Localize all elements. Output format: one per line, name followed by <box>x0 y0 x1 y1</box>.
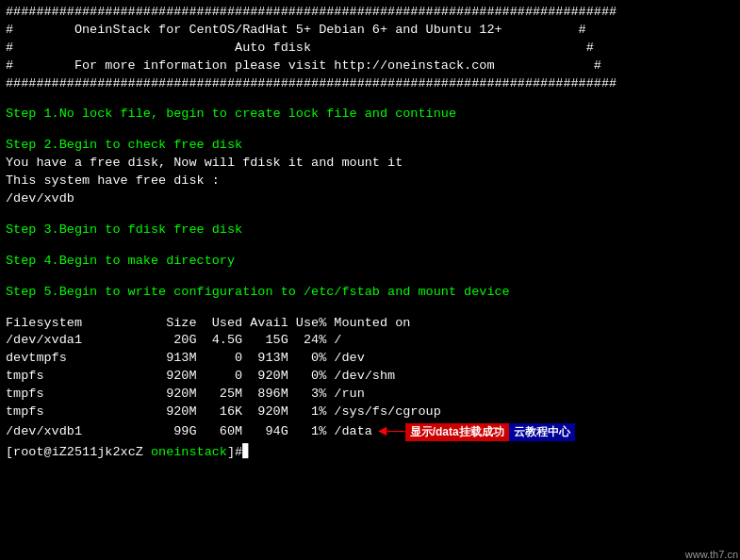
hash-border-bottom: ########################################… <box>6 75 734 93</box>
fs-row2: devtmpfs 913M 0 913M 0% /dev <box>6 350 734 368</box>
hash-border-top: ########################################… <box>6 4 734 22</box>
fs-row3: tmpfs 920M 0 920M 0% /dev/shm <box>6 368 734 386</box>
fs-row4: tmpfs 920M 25M 896M 3% /run <box>6 386 734 404</box>
blank-line-6 <box>6 302 734 315</box>
step2-msg2: This system have free disk : <box>6 173 734 190</box>
step2-disk: /dev/xvdb <box>6 190 734 208</box>
fs-row1: /dev/xvda1 20G 4.5G 15G 24% / <box>6 332 734 350</box>
annotation-red-box: 显示/data挂载成功 <box>405 423 509 441</box>
step5-line: Step 5.Begin to write configuration to /… <box>6 284 734 302</box>
prompt-suffix: ]# <box>227 444 242 462</box>
prompt-at: @ <box>44 444 52 462</box>
prompt-bracket-open: [ <box>6 444 13 462</box>
blank-line-3 <box>6 208 734 222</box>
blank-line-2 <box>6 124 734 137</box>
prompt-line: [root@iZ2511jk2xcZ oneinstack]#▊ <box>6 444 734 462</box>
annotation-blue-box: 云教程中心 <box>509 423 575 441</box>
blank-line-5 <box>6 271 734 284</box>
fs-row6-container: /dev/xvdb1 99G 60M 94G 1% /data ◄—— 显示/d… <box>6 421 734 442</box>
info-line: # For more information please visit http… <box>6 58 734 75</box>
watermark-url: www.th7.cn <box>685 549 738 560</box>
prompt-service: oneinstack <box>151 444 227 462</box>
fdisk-line: # Auto fdisk # <box>6 40 734 58</box>
step2-line: Step 2.Begin to check free disk <box>6 137 734 155</box>
title-line: # OneinStack for CentOS/RadHat 5+ Debian… <box>6 22 734 40</box>
step2-msg1: You have a free disk, Now will fdisk it … <box>6 155 734 173</box>
prompt-cursor: ▊ <box>242 444 250 462</box>
fs-row6-text: /dev/xvdb1 99G 60M 94G 1% /data <box>6 423 372 441</box>
fs-header: Filesystem Size Used Avail Use% Mounted … <box>6 315 734 333</box>
terminal: ########################################… <box>0 0 740 560</box>
blank-line-1 <box>6 92 734 106</box>
prompt-space <box>143 444 151 462</box>
prompt-host: iZ2511jk2xcZ <box>52 444 143 462</box>
blank-line-4 <box>6 239 734 253</box>
prompt-root: root <box>13 444 43 462</box>
step3-line: Step 3.Begin to fdisk free disk <box>6 222 734 239</box>
step1-line: Step 1.No lock file, begin to create loc… <box>6 106 734 124</box>
step4-line: Step 4.Begin to make directory <box>6 253 734 271</box>
arrow-annotation: ◄—— <box>378 421 405 442</box>
fs-row5: tmpfs 920M 16K 920M 1% /sys/fs/cgroup <box>6 404 734 421</box>
